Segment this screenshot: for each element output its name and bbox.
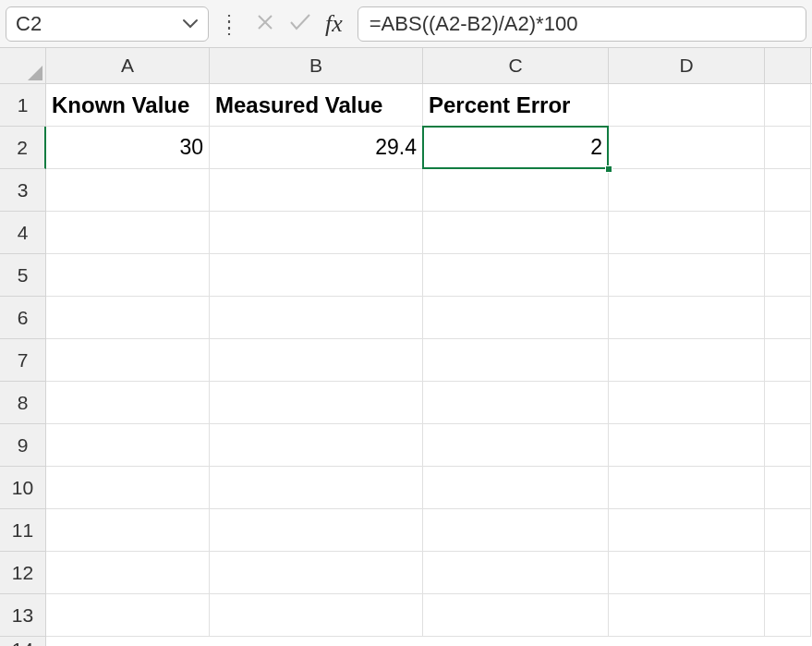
cell-a8[interactable]: [46, 382, 210, 424]
cell-c10[interactable]: [423, 467, 609, 509]
cell-a11[interactable]: [46, 509, 210, 552]
row-header-3[interactable]: 3: [0, 169, 46, 212]
cell-b11[interactable]: [210, 509, 423, 552]
row-header-6[interactable]: 6: [0, 297, 46, 339]
cell-a7[interactable]: [46, 339, 210, 382]
cell-e9[interactable]: [765, 424, 811, 467]
col-header-b[interactable]: B: [210, 48, 423, 83]
vertical-dots-icon[interactable]: ⋮⋮: [216, 18, 240, 30]
cell-d1[interactable]: [609, 84, 765, 127]
cell-e6[interactable]: [765, 297, 811, 339]
table-row: [46, 212, 812, 254]
cancel-icon[interactable]: [255, 12, 275, 36]
cell-a3[interactable]: [46, 169, 210, 212]
cell-b1[interactable]: Measured Value: [210, 84, 423, 127]
cell-b5[interactable]: [210, 254, 423, 297]
cell-e10[interactable]: [765, 467, 811, 509]
cell-a9[interactable]: [46, 424, 210, 467]
cell-a12[interactable]: [46, 552, 210, 594]
row-header-12[interactable]: 12: [0, 552, 46, 594]
col-header-c[interactable]: C: [423, 48, 609, 83]
cell-b6[interactable]: [210, 297, 423, 339]
select-all-corner[interactable]: [0, 48, 46, 83]
cell-b9[interactable]: [210, 424, 423, 467]
cell-c3[interactable]: [423, 169, 609, 212]
cell-a2[interactable]: 30: [46, 127, 210, 169]
cell-a1[interactable]: Known Value: [46, 84, 210, 127]
cell-e11[interactable]: [765, 509, 811, 552]
cell-e7[interactable]: [765, 339, 811, 382]
col-header-e[interactable]: [765, 48, 811, 83]
row-header-14[interactable]: 14: [0, 637, 46, 646]
cell-c8[interactable]: [423, 382, 609, 424]
cell-c7[interactable]: [423, 339, 609, 382]
cell-b7[interactable]: [210, 339, 423, 382]
name-box[interactable]: C2: [6, 6, 209, 42]
cell-a6[interactable]: [46, 297, 210, 339]
cell-e5[interactable]: [765, 254, 811, 297]
cell-c9[interactable]: [423, 424, 609, 467]
cell-c1[interactable]: Percent Error: [423, 84, 609, 127]
table-row: [46, 297, 812, 339]
cell-c6[interactable]: [423, 297, 609, 339]
cell-e1[interactable]: [765, 84, 811, 127]
cell-c5[interactable]: [423, 254, 609, 297]
name-box-value: C2: [16, 12, 182, 36]
row-header-8[interactable]: 8: [0, 382, 46, 424]
cell-b3[interactable]: [210, 169, 423, 212]
cell-b4[interactable]: [210, 212, 423, 254]
formula-controls: fx: [248, 10, 350, 38]
cell-d13[interactable]: [609, 594, 765, 637]
cell-d11[interactable]: [609, 509, 765, 552]
table-row: [46, 467, 812, 509]
col-header-d[interactable]: D: [609, 48, 765, 83]
cell-d6[interactable]: [609, 297, 765, 339]
cell-b13[interactable]: [210, 594, 423, 637]
row-header-9[interactable]: 9: [0, 424, 46, 467]
cell-d7[interactable]: [609, 339, 765, 382]
cell-a13[interactable]: [46, 594, 210, 637]
row-header-7[interactable]: 7: [0, 339, 46, 382]
cell-d2[interactable]: [609, 127, 765, 169]
cell-d5[interactable]: [609, 254, 765, 297]
cell-c4[interactable]: [423, 212, 609, 254]
cell-c2[interactable]: 2: [423, 127, 609, 169]
row-header-2[interactable]: 2: [0, 127, 46, 169]
cell-a5[interactable]: [46, 254, 210, 297]
fill-handle[interactable]: [605, 165, 612, 173]
cell-a4[interactable]: [46, 212, 210, 254]
row-header-1[interactable]: 1: [0, 84, 46, 127]
cell-b12[interactable]: [210, 552, 423, 594]
row-header-10[interactable]: 10: [0, 467, 46, 509]
cell-e8[interactable]: [765, 382, 811, 424]
row-header-4[interactable]: 4: [0, 212, 46, 254]
cell-b2[interactable]: 29.4: [210, 127, 423, 169]
cell-d8[interactable]: [609, 382, 765, 424]
cell-d9[interactable]: [609, 424, 765, 467]
cell-a10[interactable]: [46, 467, 210, 509]
cell-b10[interactable]: [210, 467, 423, 509]
cell-e3[interactable]: [765, 169, 811, 212]
row-header-5[interactable]: 5: [0, 254, 46, 297]
table-row: [46, 509, 812, 552]
cell-d3[interactable]: [609, 169, 765, 212]
cell-e2[interactable]: [765, 127, 811, 169]
enter-icon[interactable]: [288, 12, 312, 36]
cell-c12[interactable]: [423, 552, 609, 594]
cell-d12[interactable]: [609, 552, 765, 594]
cell-d4[interactable]: [609, 212, 765, 254]
fx-icon[interactable]: fx: [325, 10, 343, 38]
cell-e13[interactable]: [765, 594, 811, 637]
col-header-a[interactable]: A: [46, 48, 210, 83]
cell-e4[interactable]: [765, 212, 811, 254]
row-header-11[interactable]: 11: [0, 509, 46, 552]
table-row: [46, 594, 812, 637]
chevron-down-icon[interactable]: [182, 14, 199, 33]
cell-c13[interactable]: [423, 594, 609, 637]
cell-c11[interactable]: [423, 509, 609, 552]
cell-d10[interactable]: [609, 467, 765, 509]
row-header-13[interactable]: 13: [0, 594, 46, 637]
cell-b8[interactable]: [210, 382, 423, 424]
formula-input[interactable]: =ABS((A2-B2)/A2)*100: [358, 6, 806, 42]
cell-e12[interactable]: [765, 552, 811, 594]
